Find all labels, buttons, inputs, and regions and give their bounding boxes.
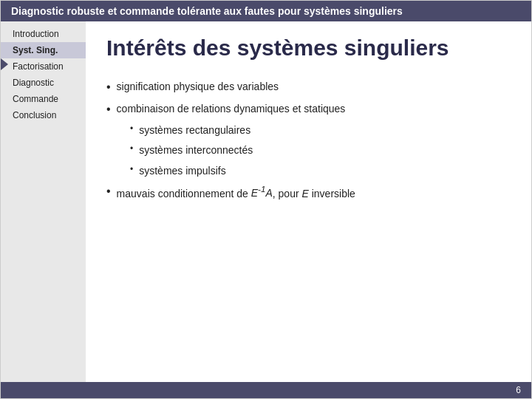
bullet-dot: • <box>106 100 111 119</box>
sidebar: IntroductionSyst. Sing.FactorisationDiag… <box>1 21 86 382</box>
bullet-item-0: •signification physique des variables <box>106 78 511 97</box>
page-number: 6 <box>516 385 521 395</box>
bullet-text: combinaison de relations dynamiques et s… <box>117 100 346 118</box>
main-content: Intérêts des systèmes singuliers •signif… <box>86 21 531 382</box>
sidebar-item-diagnostic[interactable]: Diagnostic <box>1 75 86 91</box>
bullet-dot: • <box>106 182 111 201</box>
bullet-list: •signification physique des variables•co… <box>106 78 511 206</box>
sub-bullet-dot: • <box>130 141 133 157</box>
sub-bullet-item-1-2: •systèmes impulsifs <box>130 162 511 180</box>
sub-bullet-text: systèmes rectangulaires <box>139 121 250 140</box>
sub-bullet-text: systèmes interconnectés <box>139 141 253 160</box>
sub-bullet-dot: • <box>130 121 133 137</box>
header-title: Diagnostic robuste et commande tolérante… <box>11 5 403 17</box>
bullet-text: mauvais conditionnement de E-1A, pour E … <box>117 182 355 203</box>
sidebar-arrow-indicator <box>1 58 8 70</box>
sub-bullet-text: systèmes impulsifs <box>139 162 225 180</box>
sub-bullet-item-1-0: •systèmes rectangulaires <box>130 121 511 140</box>
sub-bullet-dot: • <box>130 162 133 178</box>
slide-title: Intérêts des systèmes singuliers <box>106 35 511 61</box>
sidebar-item-syst--sing-[interactable]: Syst. Sing. <box>1 42 86 58</box>
bullet-item-2: •mauvais conditionnement de E-1A, pour E… <box>106 182 511 203</box>
slide-header: Diagnostic robuste et commande tolérante… <box>1 1 531 21</box>
sidebar-item-factorisation[interactable]: Factorisation <box>1 58 86 75</box>
slide: Diagnostic robuste et commande tolérante… <box>0 0 532 399</box>
sidebar-item-conclusion[interactable]: Conclusion <box>1 107 86 123</box>
sidebar-item-commande[interactable]: Commande <box>1 91 86 107</box>
bullet-item-1: •combinaison de relations dynamiques et … <box>106 100 511 119</box>
sub-bullet-item-1-1: •systèmes interconnectés <box>130 141 511 160</box>
sidebar-item-introduction[interactable]: Introduction <box>1 26 86 42</box>
bullet-dot: • <box>106 78 111 97</box>
slide-footer: 6 <box>1 382 531 398</box>
bullet-text: signification physique des variables <box>117 78 279 96</box>
slide-body: IntroductionSyst. Sing.FactorisationDiag… <box>1 21 531 382</box>
